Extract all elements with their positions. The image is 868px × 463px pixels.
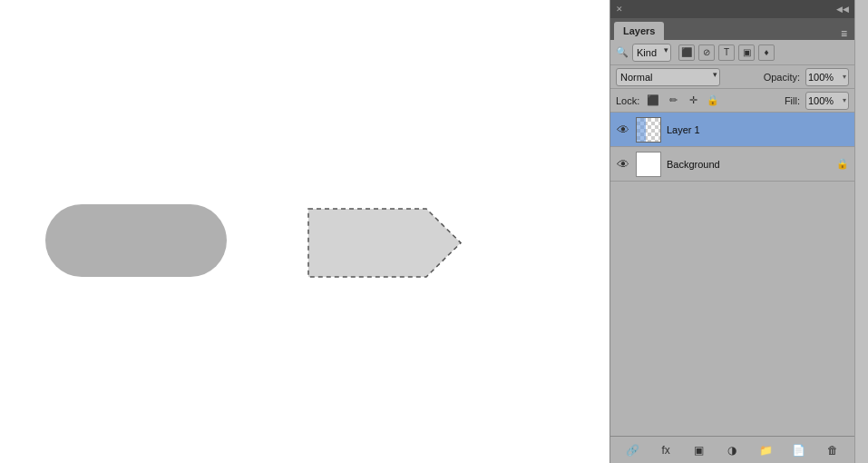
right-scrollbar-edge [854,0,868,463]
panel-collapse-btn[interactable]: ◀◀ [836,5,849,14]
fx-btn[interactable]: fx [657,441,675,459]
blend-mode-select[interactable]: Normal Dissolve Multiply Screen Overlay [616,68,720,86]
lock-position-btn[interactable]: ✛ [685,93,701,109]
layers-panel: ✕ ◀◀ Layers ≡ 🔍 Kind ⬛ ⊘ T ▣ ♦ Normal Di… [610,0,854,463]
filter-text-icon[interactable]: T [718,44,735,61]
lock-row: Lock: ⬛ ✏ ✛ 🔒 Fill: 100% ▾ [610,89,854,113]
background-lock-icon: 🔒 [836,158,849,170]
panel-tabs: Layers ≡ [610,18,854,40]
filter-adjust-icon[interactable]: ⊘ [698,44,715,61]
filter-pixel-icon[interactable]: ⬛ [678,44,695,61]
new-adjustment-btn[interactable]: ◑ [723,441,741,459]
lock-icons: ⬛ ✏ ✛ 🔒 [645,93,721,109]
filter-icons: ⬛ ⊘ T ▣ ♦ [678,44,775,61]
search-icon: 🔍 [616,46,629,58]
shape-1-solid [45,204,227,277]
kind-select-wrapper: Kind [632,44,671,62]
blend-mode-wrapper: Normal Dissolve Multiply Screen Overlay [616,68,720,86]
panel-titlebar: ✕ ◀◀ [610,0,854,18]
background-layer-name: Background [667,159,831,170]
layers-list: 👁 Layer 1 👁 Background 🔒 [610,113,854,436]
background-visibility-icon[interactable]: 👁 [616,157,630,172]
new-group-btn[interactable]: 📁 [756,441,775,459]
panel-footer: 🔗 fx ▣ ◑ 📁 📄 🗑 [610,436,854,463]
opacity-label: Opacity: [764,72,800,83]
panel-close-btn[interactable]: ✕ [616,5,623,14]
panel-menu-icon[interactable]: ≡ [841,27,851,40]
layer-1-thumbnail [636,117,661,143]
canvas-area [0,0,610,463]
fill-label: Fill: [785,95,800,106]
layer-item-background[interactable]: 👁 Background 🔒 [610,147,854,182]
background-thumbnail [636,152,661,177]
tab-layers[interactable]: Layers [614,22,664,40]
add-mask-btn[interactable]: ▣ [690,441,708,459]
lock-all-btn[interactable]: 🔒 [705,93,721,109]
lock-image-btn[interactable]: ✏ [665,93,681,109]
layer-1-name: Layer 1 [667,124,849,135]
opacity-input[interactable]: 100% ▾ [805,68,849,86]
lock-pixels-btn[interactable]: ⬛ [645,93,661,109]
layer-1-visibility-icon[interactable]: 👁 [616,123,630,137]
filter-row: 🔍 Kind ⬛ ⊘ T ▣ ♦ [610,40,854,65]
delete-layer-btn[interactable]: 🗑 [824,441,842,459]
shape-2-dashed [299,200,467,281]
layer-item-1[interactable]: 👁 Layer 1 [610,113,854,147]
blend-row: Normal Dissolve Multiply Screen Overlay … [610,65,854,89]
filter-shape-icon[interactable]: ▣ [738,44,755,61]
lock-label: Lock: [616,95,639,106]
new-layer-btn[interactable]: 📄 [790,441,808,459]
shape-2-container [299,200,467,281]
fill-input[interactable]: 100% ▾ [805,92,849,110]
filter-smart-icon[interactable]: ♦ [758,44,775,61]
link-layers-btn[interactable]: 🔗 [623,441,641,459]
kind-select[interactable]: Kind [632,44,671,62]
